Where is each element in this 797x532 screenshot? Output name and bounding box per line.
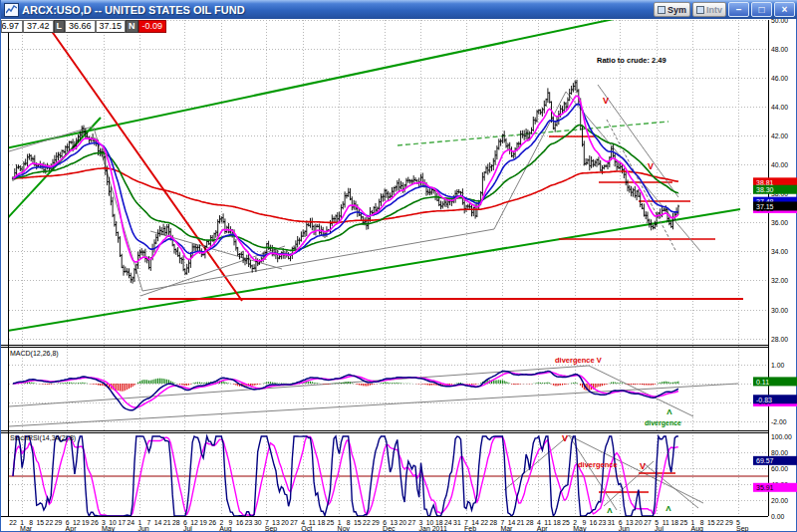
svg-text:22: 22 xyxy=(9,519,17,526)
svg-text:40.00: 40.00 xyxy=(771,161,788,168)
price-bars xyxy=(12,80,679,284)
svg-text:Λ: Λ xyxy=(666,407,672,416)
minimize-button[interactable]: – xyxy=(728,2,749,17)
svg-text:30: 30 xyxy=(254,519,262,526)
svg-text:19: 19 xyxy=(199,519,207,526)
svg-text:Jun: Jun xyxy=(619,525,630,532)
svg-text:May: May xyxy=(102,525,116,532)
svg-text:Λ: Λ xyxy=(665,504,671,513)
svg-text:46.00: 46.00 xyxy=(771,75,788,82)
svg-text:14: 14 xyxy=(154,519,162,526)
quote-bar: 36.97 37.42 L 36.66 37.15 N -0.09 xyxy=(1,20,166,33)
minimize-icon: – xyxy=(736,4,742,15)
svg-text:19: 19 xyxy=(82,519,90,526)
intv-icon xyxy=(696,6,704,14)
close-icon: × xyxy=(782,4,788,15)
svg-text:Aug: Aug xyxy=(691,525,704,532)
chart-canvas[interactable]: 50.0048.0046.0044.0042.0040.0038.0036.00… xyxy=(1,0,797,532)
svg-text:Jan 2011: Jan 2011 xyxy=(419,525,447,532)
svg-text:26: 26 xyxy=(91,519,99,526)
close-button[interactable]: × xyxy=(774,2,795,17)
svg-text:29: 29 xyxy=(725,519,733,526)
sym-icon xyxy=(658,6,665,14)
moving-average xyxy=(13,96,678,262)
svg-text:29: 29 xyxy=(55,519,63,526)
svg-text:Jul: Jul xyxy=(183,525,192,532)
svg-text:Mar: Mar xyxy=(20,525,33,532)
sym-button-label: Sym xyxy=(667,5,686,15)
svg-text:34.00: 34.00 xyxy=(771,248,788,255)
svg-text:Ratio to crude: 2.49: Ratio to crude: 2.49 xyxy=(597,56,666,65)
svg-text:23: 23 xyxy=(599,519,607,526)
svg-text:20.00: 20.00 xyxy=(771,497,788,504)
svg-text:31: 31 xyxy=(608,519,616,526)
quote-low: 36.66 xyxy=(65,20,96,33)
svg-text:29: 29 xyxy=(372,519,380,526)
svg-text:23: 23 xyxy=(245,519,253,526)
svg-text:Sep: Sep xyxy=(736,525,749,532)
svg-text:21: 21 xyxy=(517,519,525,526)
svg-text:22: 22 xyxy=(363,519,371,526)
svg-text:Λ: Λ xyxy=(607,506,613,515)
app-icon xyxy=(4,3,19,17)
svg-text:Aug: Aug xyxy=(219,525,232,532)
quote-open: 36.97 xyxy=(1,20,23,33)
svg-text:divergence: divergence xyxy=(578,460,618,469)
svg-text:26: 26 xyxy=(208,519,216,526)
svg-text:24: 24 xyxy=(128,519,135,526)
quote-high: 37.42 xyxy=(23,20,54,33)
macd-signal-line xyxy=(13,373,678,408)
svg-text:32.00: 32.00 xyxy=(771,277,788,284)
svg-text:31: 31 xyxy=(453,519,461,526)
svg-text:28: 28 xyxy=(526,519,534,526)
svg-text:Feb: Feb xyxy=(464,525,476,532)
quote-net-change: -0.09 xyxy=(138,20,167,33)
svg-text:15: 15 xyxy=(354,519,362,526)
svg-text:-0.83: -0.83 xyxy=(756,397,772,403)
svg-text:-2.00: -2.00 xyxy=(771,418,787,425)
svg-text:28: 28 xyxy=(172,519,180,526)
svg-text:Dec: Dec xyxy=(383,525,396,532)
quote-net-label: N xyxy=(126,20,138,33)
titlebar-buttons: Sym Intv – □ × xyxy=(654,2,795,17)
svg-text:V: V xyxy=(640,461,646,471)
axis-labels: 50.0048.0046.0044.0042.0040.0038.0036.00… xyxy=(9,17,792,532)
maximize-button[interactable]: □ xyxy=(751,2,772,17)
app-window: 50.0048.0046.0044.0042.0040.0038.0036.00… xyxy=(0,0,797,532)
svg-text:30.00: 30.00 xyxy=(771,307,788,314)
svg-text:27: 27 xyxy=(644,519,652,526)
svg-text:16: 16 xyxy=(590,519,598,526)
svg-text:60.00: 60.00 xyxy=(771,465,788,472)
svg-text:MACD(12,26,8): MACD(12,26,8) xyxy=(10,350,59,358)
svg-text:1.00: 1.00 xyxy=(771,362,784,369)
intv-button[interactable]: Intv xyxy=(692,2,726,17)
svg-text:Mar: Mar xyxy=(500,525,513,532)
title-bar: ARCX:USO,D -- UNITED STATES OIL FUND Sym… xyxy=(1,0,797,19)
quote-low-label: L xyxy=(54,20,66,33)
svg-text:20: 20 xyxy=(399,519,407,526)
svg-text:100.00: 100.00 xyxy=(771,433,792,440)
svg-text:38.81: 38.81 xyxy=(756,179,774,186)
macd-trendlines xyxy=(9,366,738,426)
sym-button[interactable]: Sym xyxy=(654,2,690,17)
svg-text:44.00: 44.00 xyxy=(771,104,788,111)
moving-average xyxy=(13,126,678,251)
svg-text:48.00: 48.00 xyxy=(771,46,788,53)
svg-text:20: 20 xyxy=(635,519,643,526)
svg-text:37.15: 37.15 xyxy=(756,203,774,210)
svg-text:Jun: Jun xyxy=(137,525,148,532)
svg-text:22: 22 xyxy=(716,519,724,526)
svg-text:15: 15 xyxy=(707,519,715,526)
svg-text:V: V xyxy=(648,161,654,171)
svg-text:18: 18 xyxy=(318,519,326,526)
svg-text:Nov: Nov xyxy=(338,525,351,532)
maximize-icon: □ xyxy=(758,4,764,15)
svg-text:38.30: 38.30 xyxy=(756,186,774,193)
window-title: ARCX:USO,D -- UNITED STATES OIL FUND xyxy=(22,4,245,16)
svg-text:28: 28 xyxy=(490,519,498,526)
svg-text:V: V xyxy=(562,433,568,443)
svg-text:27: 27 xyxy=(290,519,298,526)
svg-text:15: 15 xyxy=(37,519,45,526)
svg-text:36.00: 36.00 xyxy=(771,219,788,226)
svg-text:25: 25 xyxy=(680,519,688,526)
